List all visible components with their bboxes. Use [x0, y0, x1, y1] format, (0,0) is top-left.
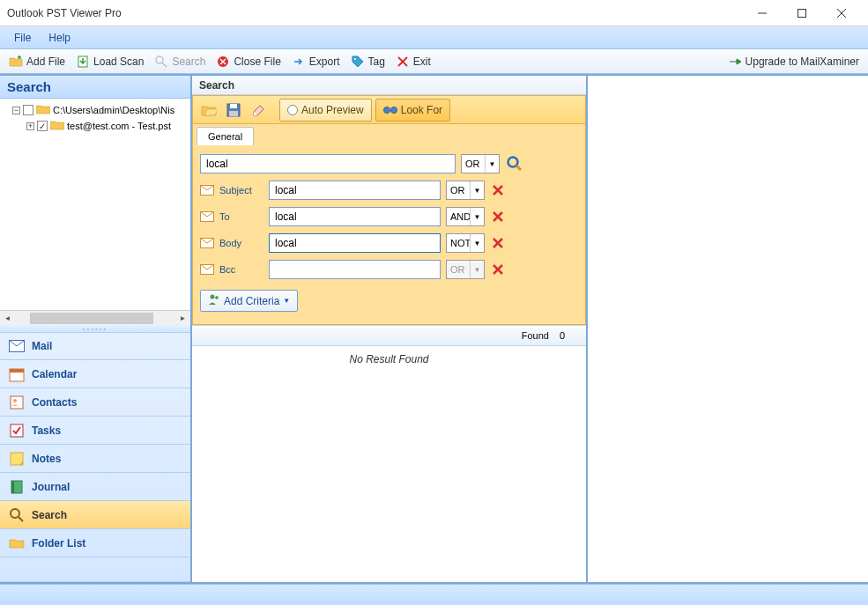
tag-button[interactable]: Tag: [345, 52, 390, 71]
main-operator-select[interactable]: OR▼: [461, 154, 500, 173]
upgrade-button[interactable]: Upgrade to MailXaminer: [723, 52, 864, 71]
criteria-label-body: Body: [219, 238, 263, 248]
svg-point-10: [354, 58, 356, 60]
criteria-label-subject: Subject: [219, 185, 263, 196]
look-for-button[interactable]: Look For: [375, 99, 450, 122]
nav-calendar[interactable]: Calendar: [0, 360, 190, 388]
checkbox-unchecked[interactable]: [23, 105, 33, 115]
scroll-right-icon[interactable]: ►: [175, 311, 190, 326]
load-scan-button[interactable]: Load Scan: [70, 52, 149, 71]
main-search-input[interactable]: [200, 154, 456, 173]
folder-tree[interactable]: − C:\Users\admin\Desktop\Nis + test@test…: [0, 99, 190, 325]
bcc-input[interactable]: [269, 260, 441, 279]
bcc-operator-select[interactable]: OR▼: [446, 260, 485, 279]
tree-row-child[interactable]: + test@test.com - Test.pst: [2, 118, 189, 134]
execute-search-button[interactable]: [505, 154, 524, 173]
svg-rect-27: [230, 104, 237, 108]
svg-rect-15: [10, 369, 24, 373]
nav-tasks[interactable]: Tasks: [0, 417, 190, 445]
folder-icon: [36, 104, 50, 116]
open-folder-button[interactable]: [198, 100, 219, 121]
remove-to-button[interactable]: [490, 209, 506, 225]
add-file-button[interactable]: Add File: [4, 52, 70, 71]
nav-mail-label: Mail: [32, 340, 52, 352]
to-operator-select[interactable]: AND▼: [446, 207, 485, 226]
body-operator-select[interactable]: NOT▼: [446, 233, 485, 253]
to-input[interactable]: [269, 207, 441, 226]
menu-file[interactable]: File: [5, 28, 40, 48]
add-file-label: Add File: [26, 55, 65, 68]
save-button[interactable]: [223, 100, 244, 121]
tree-root-label: C:\Users\admin\Desktop\Nis: [53, 105, 174, 115]
subject-operator-select[interactable]: OR▼: [446, 181, 485, 200]
erase-button[interactable]: [248, 100, 269, 121]
subject-operator-value: OR: [450, 185, 465, 196]
criteria-area: OR▼ Subject OR▼ To AND▼: [193, 145, 585, 315]
upgrade-label: Upgrade to MailXaminer: [746, 55, 859, 68]
no-result-text: No Result Found: [349, 353, 428, 365]
load-scan-icon: [76, 55, 90, 69]
horizontal-scrollbar[interactable]: ◄ ►: [0, 310, 190, 325]
nav-search[interactable]: Search: [0, 501, 190, 529]
notes-icon: [9, 451, 25, 467]
folder-open-icon: [9, 55, 23, 69]
panel-splitter[interactable]: ••••••: [0, 325, 190, 332]
middle-panel: Search Auto Preview Look For General: [192, 76, 588, 582]
subject-input[interactable]: [269, 181, 441, 200]
body-input[interactable]: [269, 233, 441, 253]
remove-bcc-button[interactable]: [490, 262, 506, 277]
search-label: Search: [172, 55, 205, 68]
add-criteria-button[interactable]: Add Criteria ▼: [200, 290, 298, 312]
scroll-thumb[interactable]: [30, 313, 153, 324]
nav-folder-list[interactable]: Folder List: [0, 529, 190, 557]
radio-icon: [287, 105, 298, 115]
remove-subject-button[interactable]: [490, 182, 506, 198]
search-button[interactable]: Search: [149, 52, 211, 71]
exit-label: Exit: [413, 55, 431, 68]
nav-folder-list-label: Folder List: [32, 537, 85, 550]
search-box: Auto Preview Look For General OR▼ S: [192, 95, 586, 325]
chevron-down-icon: ▼: [470, 261, 484, 278]
svg-rect-31: [389, 108, 392, 110]
remove-body-button[interactable]: [490, 235, 506, 251]
tree-child-label: test@test.com - Test.pst: [67, 121, 171, 131]
expand-icon[interactable]: +: [26, 122, 34, 130]
close-button[interactable]: [821, 1, 861, 26]
nav-empty: [0, 557, 190, 582]
titlebar: Outlook PST Viewer Pro: [0, 0, 868, 26]
exit-button[interactable]: Exit: [390, 52, 436, 71]
folder-list-icon: [9, 535, 25, 551]
nav-journal[interactable]: Journal: [0, 473, 190, 501]
window-title: Outlook PST Viewer Pro: [7, 7, 742, 19]
export-icon: [292, 55, 306, 69]
criteria-row-bcc: Bcc OR▼: [200, 260, 578, 279]
export-button[interactable]: Export: [286, 52, 345, 71]
nav-journal-label: Journal: [32, 481, 70, 493]
auto-preview-button[interactable]: Auto Preview: [279, 99, 372, 122]
tag-icon: [351, 55, 365, 69]
envelope-icon: [200, 185, 214, 196]
tab-strip: General: [193, 124, 585, 145]
binoculars-icon: [383, 102, 397, 117]
criteria-label-bcc: Bcc: [219, 264, 263, 275]
tree-row-root[interactable]: − C:\Users\admin\Desktop\Nis: [2, 102, 189, 118]
svg-rect-28: [229, 111, 238, 116]
contacts-icon: [9, 395, 25, 410]
scroll-left-icon[interactable]: ◄: [0, 311, 15, 326]
menu-help[interactable]: Help: [40, 28, 79, 48]
journal-icon: [9, 479, 25, 495]
chevron-down-icon: ▼: [485, 155, 499, 173]
svg-line-25: [19, 517, 23, 521]
checkbox-checked[interactable]: [37, 121, 48, 131]
close-file-icon: [216, 55, 230, 69]
nav-notes[interactable]: Notes: [0, 445, 190, 473]
close-file-button[interactable]: Close File: [211, 52, 286, 71]
criteria-row-subject: Subject OR▼: [200, 181, 578, 200]
nav-mail[interactable]: Mail: [0, 332, 190, 360]
svg-rect-23: [11, 481, 14, 493]
maximize-button[interactable]: [782, 1, 821, 26]
tab-general[interactable]: General: [197, 127, 254, 145]
minimize-button[interactable]: [742, 1, 782, 26]
collapse-icon[interactable]: −: [12, 107, 20, 114]
nav-contacts[interactable]: Contacts: [0, 388, 190, 417]
